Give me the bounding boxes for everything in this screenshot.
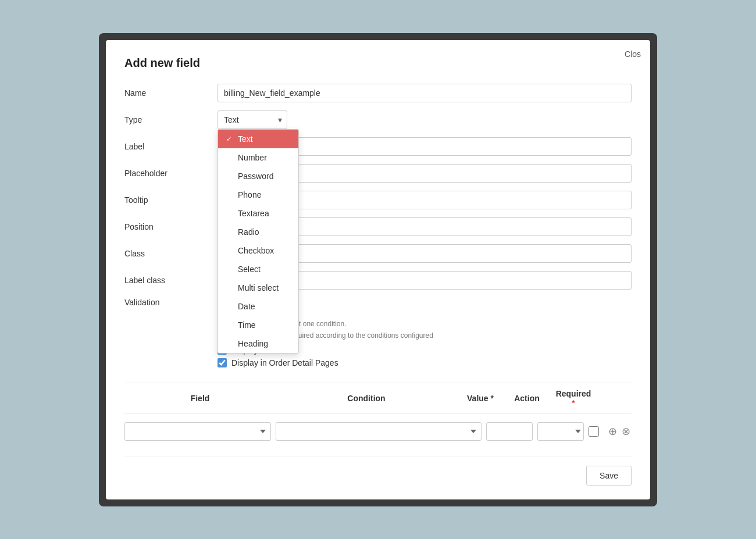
modal-footer: Save [124, 456, 632, 486]
label-label: Label [124, 142, 217, 151]
dropdown-item-number[interactable]: Number [218, 148, 298, 167]
col-condition-header: Condition [276, 394, 457, 403]
type-dropdown-wrapper: Text ✓ Text Number Password [217, 110, 287, 129]
dropdown-item-label: Date [238, 302, 255, 311]
label-class-label: Label class [124, 276, 217, 285]
add-row-button[interactable]: ⊕ [607, 424, 618, 439]
required-checkbox[interactable] [589, 426, 599, 437]
dropdown-item-label: Heading [238, 339, 268, 348]
col-required-label: Required [556, 389, 591, 398]
save-button[interactable]: Save [586, 466, 632, 486]
table-row: ⊕ ⊗ [124, 419, 632, 444]
dropdown-item-label: Phone [238, 190, 261, 199]
conditions-table: Field Condition Value * Action Required … [124, 383, 632, 444]
col-value-header: Value * [457, 394, 504, 403]
name-field [217, 84, 632, 102]
type-dropdown-menu: ✓ Text Number Password [217, 129, 299, 354]
dropdown-item-label: Textarea [238, 209, 269, 218]
col-action-header: Action [504, 394, 550, 403]
col-required-header: Required * [550, 389, 597, 408]
type-label: Type [124, 115, 217, 124]
dropdown-item-radio[interactable]: Radio [218, 223, 298, 241]
dropdown-item-heading[interactable]: Heading [218, 334, 298, 353]
check-icon: ✓ [226, 135, 234, 143]
type-trigger[interactable]: Text [217, 110, 287, 129]
display-orders-label: Display in Order Detail Pages [231, 358, 338, 367]
type-field: Text ✓ Text Number Password [217, 110, 632, 129]
dropdown-item-label: Multi select [238, 283, 279, 292]
value-input[interactable] [486, 422, 533, 441]
type-row: Type Text ✓ Text Number [124, 110, 632, 129]
name-row: Name [124, 84, 632, 102]
name-input[interactable] [217, 84, 632, 102]
dropdown-item-date[interactable]: Date [218, 297, 298, 316]
class-label: Class [124, 249, 217, 258]
label-row: Label [124, 137, 632, 156]
col-field-header: Field [124, 394, 276, 403]
action-select[interactable] [537, 422, 584, 441]
display-orders-row: Display in Order Detail Pages [217, 358, 632, 367]
dropdown-item-text[interactable]: ✓ Text [218, 130, 298, 148]
dropdown-item-label: Radio [238, 227, 259, 237]
dropdown-item-multiselect[interactable]: Multi select [218, 279, 298, 297]
placeholder-label: Placeholder [124, 169, 217, 178]
position-label: Position [124, 222, 217, 231]
dropdown-item-time[interactable]: Time [218, 316, 298, 334]
dropdown-item-label: Password [238, 172, 273, 181]
dropdown-item-label: Time [238, 320, 256, 330]
table-header: Field Condition Value * Action Required … [124, 383, 632, 414]
condition-select[interactable] [276, 422, 482, 441]
dropdown-item-label: Checkbox [238, 246, 274, 255]
dropdown-item-password[interactable]: Password [218, 167, 298, 185]
tooltip-label: Tooltip [124, 195, 217, 205]
dropdown-item-label: Number [238, 153, 267, 162]
name-label: Name [124, 88, 217, 98]
modal-title: Add new field [124, 56, 632, 70]
dropdown-item-checkbox[interactable]: Checkbox [218, 241, 298, 260]
display-orders-checkbox[interactable] [217, 358, 227, 367]
placeholder-row: Placeholder [124, 164, 632, 183]
tooltip-row: Tooltip [124, 191, 632, 209]
label-class-row: Label class [124, 271, 632, 290]
dropdown-item-select[interactable]: Select [218, 260, 298, 279]
close-button[interactable]: Clos [625, 49, 641, 59]
field-select[interactable] [124, 422, 271, 441]
dropdown-item-textarea[interactable]: Textarea [218, 204, 298, 223]
dropdown-item-label: Select [238, 265, 261, 274]
validation-label: Validation [124, 298, 217, 307]
type-selected-value: Text [224, 115, 239, 124]
class-row: Class [124, 244, 632, 263]
validation-row: Validation d if you need to set at least… [124, 298, 632, 371]
remove-row-button[interactable]: ⊗ [621, 424, 632, 439]
col-required-star: * [550, 398, 597, 408]
dropdown-item-label: Text [238, 134, 253, 144]
dropdown-item-phone[interactable]: Phone [218, 185, 298, 204]
position-row: Position [124, 217, 632, 236]
